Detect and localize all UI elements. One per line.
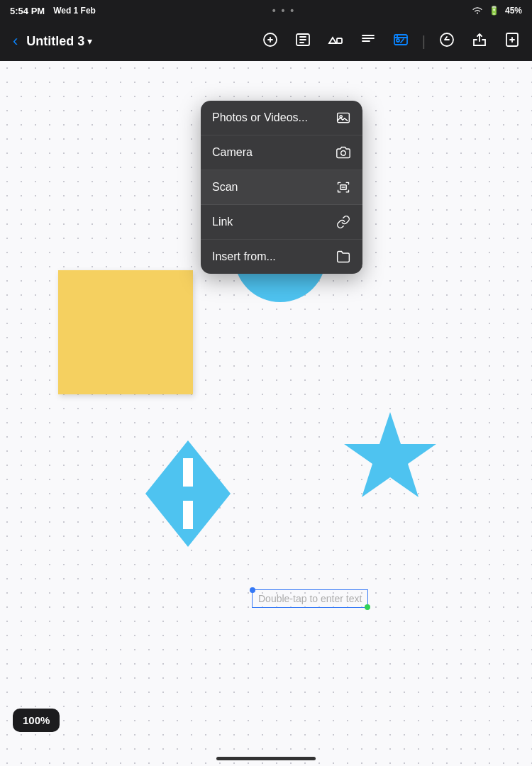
format-tool-button[interactable]	[355, 27, 381, 56]
wifi-icon	[472, 6, 483, 15]
scan-label: Scan	[212, 181, 238, 194]
dropdown-item-link[interactable]: Link	[201, 205, 362, 240]
back-button[interactable]: ‹	[7, 26, 23, 56]
insert-dropdown-menu: Photos or Videos... Camera Scan	[201, 101, 362, 274]
insert-label: Insert from...	[212, 250, 276, 263]
pencil-tool-button[interactable]	[257, 27, 283, 56]
scan-icon	[336, 179, 351, 195]
dropdown-item-camera[interactable]: Camera	[201, 135, 362, 170]
document-title: Untitled 3	[26, 34, 84, 49]
status-right: 🔋 45%	[472, 6, 522, 16]
photos-label: Photos or Videos...	[212, 111, 308, 124]
status-time: 5:54 PM	[10, 6, 45, 16]
canvas[interactable]: Double-tap to enter text 100% Photos or …	[0, 61, 532, 766]
toolbar-actions: |	[257, 27, 525, 56]
link-label: Link	[212, 216, 233, 228]
insert-media-button[interactable]	[388, 27, 414, 56]
title-chevron-icon: ▾	[87, 35, 92, 47]
undo-button[interactable]	[434, 27, 460, 56]
status-date: Wed 1 Feb	[53, 6, 96, 16]
toolbar: ‹ Untitled 3 ▾ |	[0, 21, 532, 61]
svg-point-4	[397, 39, 399, 42]
text-tool-button[interactable]	[290, 27, 316, 56]
dropdown-item-scan[interactable]: Scan	[201, 170, 362, 205]
svg-rect-2	[337, 38, 342, 43]
new-document-button[interactable]	[499, 27, 525, 56]
photos-icon	[336, 110, 351, 126]
ellipsis-icon: • • •	[272, 5, 295, 16]
battery-icon: 🔋	[489, 6, 499, 16]
share-button[interactable]	[467, 27, 492, 56]
dropdown-item-insert[interactable]: Insert from...	[201, 240, 362, 274]
link-icon	[336, 214, 351, 230]
camera-label: Camera	[212, 146, 253, 159]
shapes-tool-button[interactable]	[323, 27, 348, 56]
svg-point-14	[341, 151, 346, 156]
battery-percent: 45%	[505, 6, 522, 16]
status-bar: 5:54 PM Wed 1 Feb • • • 🔋 45%	[0, 0, 532, 21]
document-title-area[interactable]: Untitled 3 ▾	[26, 34, 254, 49]
status-left: 5:54 PM Wed 1 Feb	[10, 6, 96, 16]
folder-icon	[336, 249, 351, 265]
dropdown-item-photos[interactable]: Photos or Videos...	[201, 101, 362, 135]
camera-icon	[336, 145, 351, 160]
